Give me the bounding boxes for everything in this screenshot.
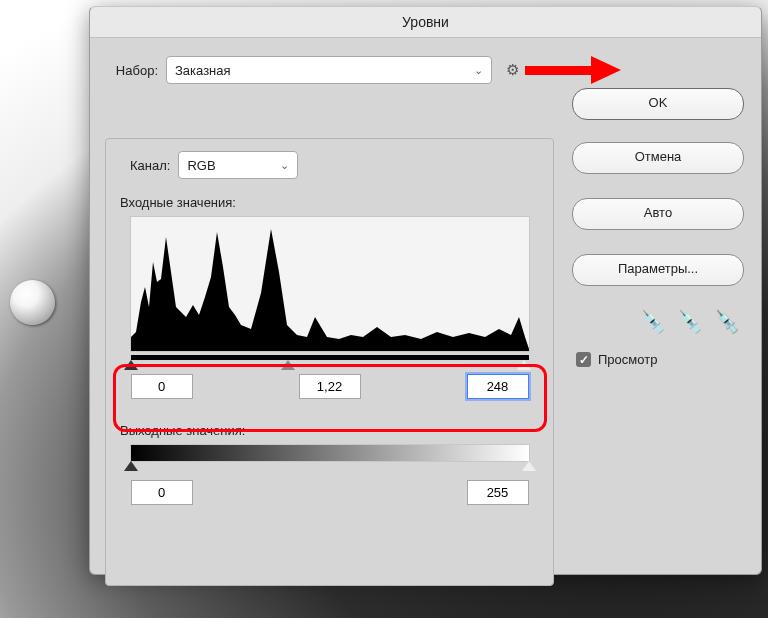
chevron-down-icon: ⌄	[474, 64, 483, 77]
gear-icon[interactable]: ⚙	[506, 61, 519, 79]
white-point-handle[interactable]	[517, 360, 531, 370]
preview-label: Просмотр	[598, 352, 657, 367]
channel-value: RGB	[187, 158, 215, 173]
eyedropper-black-icon[interactable]: 💉	[640, 309, 667, 335]
annotation-arrow	[525, 61, 620, 79]
midtone-handle[interactable]	[281, 360, 295, 370]
preset-label: Набор:	[102, 63, 158, 78]
auto-button[interactable]: Авто	[572, 198, 744, 230]
output-white-handle[interactable]	[522, 461, 536, 471]
dialog-title: Уровни	[90, 7, 761, 38]
earring-highlight	[10, 280, 55, 325]
black-point-handle[interactable]	[124, 360, 138, 370]
input-gamma-field[interactable]	[299, 374, 361, 399]
input-black-field[interactable]	[131, 374, 193, 399]
channel-dropdown[interactable]: RGB ⌄	[178, 151, 298, 179]
levels-dialog: Уровни Набор: Заказная ⌄ ⚙ Канал: RGB ⌄ …	[89, 6, 762, 575]
output-levels-label: Выходные значения:	[120, 423, 543, 438]
output-white-field[interactable]	[467, 480, 529, 505]
histogram	[130, 216, 530, 352]
levels-panel: Канал: RGB ⌄ Входные значения:	[105, 138, 554, 586]
options-button[interactable]: Параметры...	[572, 254, 744, 286]
preset-value: Заказная	[175, 63, 231, 78]
cancel-button[interactable]: Отмена	[572, 142, 744, 174]
input-white-field[interactable]	[467, 374, 529, 399]
input-levels-label: Входные значения:	[120, 195, 543, 210]
eyedropper-gray-icon[interactable]: 💉	[677, 309, 704, 335]
preset-dropdown[interactable]: Заказная ⌄	[166, 56, 492, 84]
input-slider[interactable]	[131, 355, 529, 360]
eyedropper-group: 💉 💉 💉	[572, 310, 740, 334]
output-black-field[interactable]	[131, 480, 193, 505]
chevron-down-icon: ⌄	[280, 159, 289, 172]
output-black-handle[interactable]	[124, 461, 138, 471]
channel-label: Канал:	[130, 158, 170, 173]
output-slider[interactable]	[130, 444, 530, 462]
eyedropper-white-icon[interactable]: 💉	[714, 309, 741, 335]
ok-button[interactable]: OK	[572, 88, 744, 120]
preview-checkbox[interactable]: ✓	[576, 352, 591, 367]
